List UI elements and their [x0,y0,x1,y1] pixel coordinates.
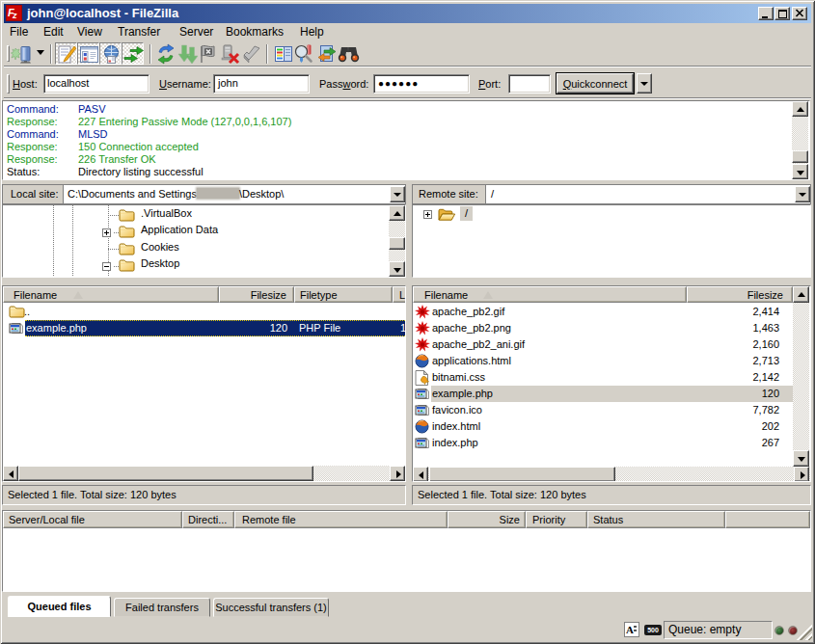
svg-text:A: A [626,624,634,635]
svg-text:z: z [12,11,17,20]
